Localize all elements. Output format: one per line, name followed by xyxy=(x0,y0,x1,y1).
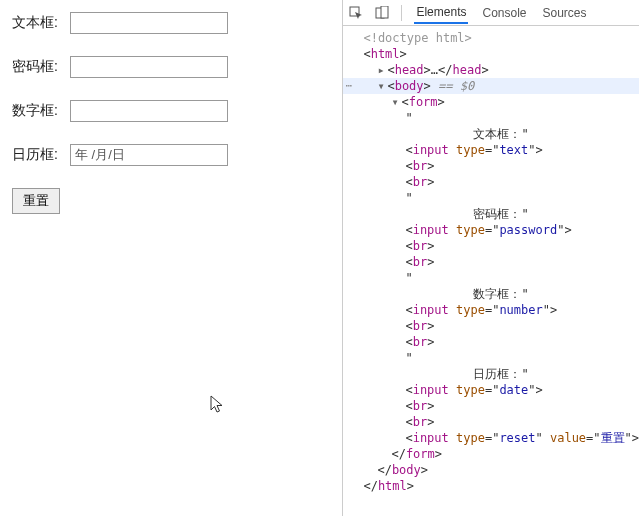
node-input-date[interactable]: <input type="date"> xyxy=(343,382,639,398)
tab-sources[interactable]: Sources xyxy=(541,2,589,23)
node-quote[interactable]: " xyxy=(343,110,639,126)
svg-rect-2 xyxy=(381,6,388,18)
tab-elements[interactable]: Elements xyxy=(414,1,468,24)
node-quote[interactable]: " xyxy=(343,270,639,286)
row-password: 密码框: xyxy=(12,56,330,78)
label-date: 日历框: xyxy=(12,146,70,164)
node-br[interactable]: <br> xyxy=(343,334,639,350)
reset-button[interactable]: 重置 xyxy=(12,188,60,214)
node-form-open[interactable]: ▾<form> xyxy=(343,94,639,110)
label-password: 密码框: xyxy=(12,58,70,76)
node-br[interactable]: <br> xyxy=(343,414,639,430)
text-input[interactable] xyxy=(70,12,228,34)
demo-form: 文本框: 密码框: 数字框: 日历框: 重置 xyxy=(12,12,330,214)
node-input-password[interactable]: <input type="password"> xyxy=(343,222,639,238)
devtools-toolbar: Elements Console Sources xyxy=(343,0,639,26)
node-html-close[interactable]: </html> xyxy=(343,478,639,494)
node-date-label[interactable]: 日历框：" xyxy=(343,366,639,382)
node-input-reset[interactable]: <input type="reset" value="重置"> xyxy=(343,430,639,446)
node-br[interactable]: <br> xyxy=(343,158,639,174)
row-reset: 重置 xyxy=(12,188,330,214)
node-body-open[interactable]: ⋯▾<body> == $0 xyxy=(343,78,639,94)
device-toggle-icon[interactable] xyxy=(375,6,389,20)
toolbar-separator xyxy=(401,5,402,21)
label-number: 数字框: xyxy=(12,102,70,120)
node-doctype[interactable]: <!doctype html> xyxy=(343,30,639,46)
label-text: 文本框: xyxy=(12,14,70,32)
number-input[interactable] xyxy=(70,100,228,122)
node-input-text[interactable]: <input type="text"> xyxy=(343,142,639,158)
node-quote[interactable]: " xyxy=(343,350,639,366)
inspect-icon[interactable] xyxy=(349,6,363,20)
dom-tree[interactable]: <!doctype html> <html> ▸<head>…</head> ⋯… xyxy=(343,26,639,516)
date-input[interactable] xyxy=(70,144,228,166)
node-input-number[interactable]: <input type="number"> xyxy=(343,302,639,318)
tab-console[interactable]: Console xyxy=(480,2,528,23)
node-body-close[interactable]: </body> xyxy=(343,462,639,478)
node-br[interactable]: <br> xyxy=(343,238,639,254)
node-br[interactable]: <br> xyxy=(343,174,639,190)
row-date: 日历框: xyxy=(12,144,330,166)
node-br[interactable]: <br> xyxy=(343,318,639,334)
cursor-icon xyxy=(210,395,226,415)
node-br[interactable]: <br> xyxy=(343,398,639,414)
row-text: 文本框: xyxy=(12,12,330,34)
rendered-page: 文本框: 密码框: 数字框: 日历框: 重置 xyxy=(0,0,342,516)
node-password-label[interactable]: 密码框：" xyxy=(343,206,639,222)
node-quote[interactable]: " xyxy=(343,190,639,206)
devtools-panel: Elements Console Sources <!doctype html>… xyxy=(342,0,639,516)
node-form-close[interactable]: </form> xyxy=(343,446,639,462)
node-br[interactable]: <br> xyxy=(343,254,639,270)
password-input[interactable] xyxy=(70,56,228,78)
row-number: 数字框: xyxy=(12,100,330,122)
node-text-label[interactable]: 文本框：" xyxy=(343,126,639,142)
node-number-label[interactable]: 数字框：" xyxy=(343,286,639,302)
node-head[interactable]: ▸<head>…</head> xyxy=(343,62,639,78)
node-html-open[interactable]: <html> xyxy=(343,46,639,62)
